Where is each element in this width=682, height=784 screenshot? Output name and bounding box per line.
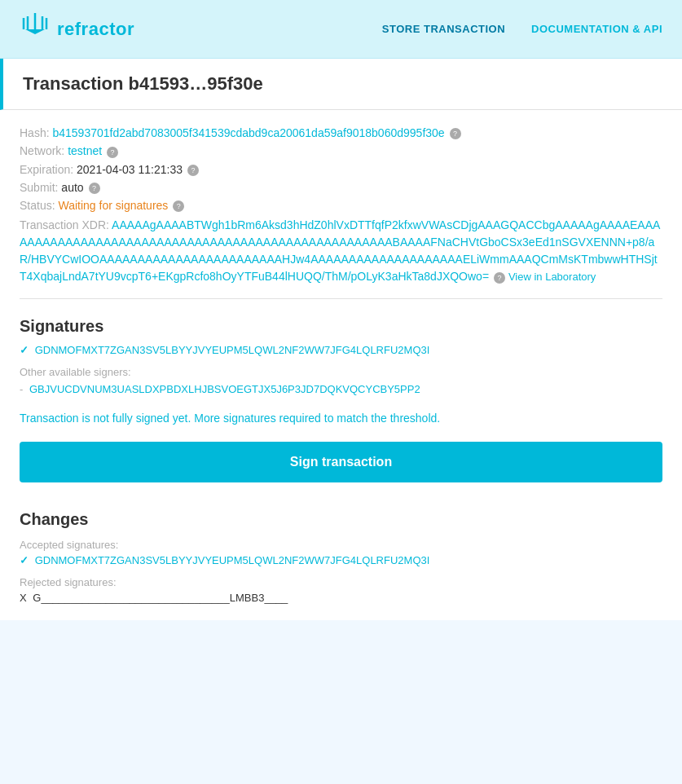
expiration-row: Expiration: 2021-04-03 11:21:33 ?: [20, 163, 662, 176]
signature-check-row: ✓ GDNMOFMXT7ZGAN3SV5LBYYJVYEUPM5LQWL2NF2…: [20, 344, 662, 356]
rejected-sig-value: G________________________________LMBB3__…: [33, 592, 288, 604]
expiration-label: Expiration:: [20, 163, 73, 176]
accepted-label: Accepted signatures:: [20, 539, 662, 551]
submit-row: Submit: auto ?: [20, 181, 662, 194]
logo-text: refractor: [57, 19, 134, 40]
submit-value: auto: [61, 181, 83, 194]
nav-documentation-api[interactable]: DOCUMENTATION & API: [531, 23, 662, 35]
signer-row: - GBJVUCDVNUM3UASLDXPBDXLHJBSVOEGTJX5J6P…: [20, 383, 662, 395]
status-row: Status: Waiting for signatures ?: [20, 199, 662, 212]
xdr-label: Transaction XDR:: [20, 218, 109, 231]
accepted-sig-row: ✓ GDNMOFMXT7ZGAN3SV5LBYYJVYEUPM5LQWL2NF2…: [20, 554, 662, 566]
changes-section: Changes Accepted signatures: ✓ GDNMOFMXT…: [20, 510, 662, 604]
divider-1: [20, 298, 662, 299]
other-signers-label: Other available signers:: [20, 366, 662, 378]
dash-icon: -: [20, 383, 23, 395]
network-value: testnet: [68, 144, 102, 157]
xdr-block: Transaction XDR: AAAAAgAAAABTWgh1bRm6Aks…: [20, 217, 662, 285]
hash-row: Hash: b41593701fd2abd7083005f341539cdabd…: [20, 126, 662, 139]
network-row: Network: testnet ?: [20, 144, 662, 157]
view-in-lab-link[interactable]: View in Laboratory: [508, 271, 596, 283]
expiration-help-icon[interactable]: ?: [187, 165, 199, 176]
content-area: Hash: b41593701fd2abd7083005f341539cdabd…: [0, 110, 682, 620]
nav-store-transaction[interactable]: STORE TRANSACTION: [382, 23, 505, 35]
signature-check-value: GDNMOFMXT7ZGAN3SV5LBYYJVYEUPM5LQWL2NF2WW…: [35, 344, 430, 356]
hash-label: Hash:: [20, 126, 50, 139]
expiration-value: 2021-04-03 11:21:33: [77, 163, 183, 176]
status-value: Waiting for signatures: [58, 199, 168, 212]
hash-help-icon[interactable]: ?: [450, 128, 461, 139]
svg-marker-5: [25, 29, 45, 34]
x-mark: X: [20, 592, 27, 604]
accepted-check-mark: ✓: [20, 554, 29, 566]
rejected-sig-row: X G________________________________LMBB3…: [20, 592, 662, 604]
submit-help-icon[interactable]: ?: [89, 183, 100, 194]
logo-area: refractor: [20, 11, 134, 46]
network-label: Network:: [20, 144, 64, 157]
sign-transaction-button[interactable]: Sign transaction: [20, 442, 662, 482]
changes-title: Changes: [20, 510, 662, 529]
logo-icon: [20, 11, 51, 46]
rejected-label: Rejected signatures:: [20, 576, 662, 588]
accepted-sig-value: GDNMOFMXT7ZGAN3SV5LBYYJVYEUPM5LQWL2NF2WW…: [35, 554, 430, 566]
submit-label: Submit:: [20, 181, 58, 194]
main-content: Transaction b41593…95f30e Hash: b4159370…: [0, 59, 682, 620]
check-mark: ✓: [20, 344, 29, 356]
page-title: Transaction b41593…95f30e: [23, 73, 662, 95]
hash-value: b41593701fd2abd7083005f341539cdabd9ca200…: [52, 126, 444, 139]
nav: STORE TRANSACTION DOCUMENTATION & API: [382, 23, 662, 35]
signatures-title: Signatures: [20, 317, 662, 336]
app-header: refractor STORE TRANSACTION DOCUMENTATIO…: [0, 0, 682, 59]
status-label: Status:: [20, 199, 55, 212]
page-title-bar: Transaction b41593…95f30e: [0, 59, 682, 110]
not-signed-message: Transaction is not fully signed yet. Mor…: [20, 410, 662, 427]
status-help-icon[interactable]: ?: [173, 200, 184, 212]
network-help-icon[interactable]: ?: [107, 147, 118, 158]
other-signer-value: GBJVUCDVNUM3UASLDXPBDXLHJBSVOEGTJX5J6P3J…: [29, 383, 420, 395]
xdr-help-icon[interactable]: ?: [494, 272, 505, 284]
